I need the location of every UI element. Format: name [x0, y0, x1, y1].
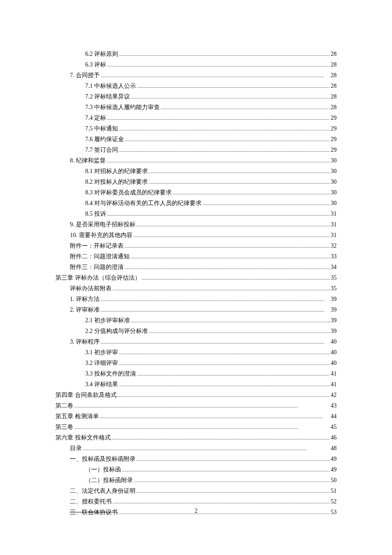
toc-entry-page: 44	[331, 411, 337, 422]
toc-entry-page: 28	[331, 49, 337, 59]
toc-leader-dots	[133, 230, 330, 241]
toc-entry-label: 附件三：问题的澄清	[70, 262, 124, 272]
toc-entry-page: 31	[331, 220, 337, 230]
toc-entry: 2.1 初步评审标准39	[55, 315, 337, 326]
toc-leader-dots	[149, 326, 330, 337]
toc-entry-page: 30	[331, 198, 337, 208]
toc-entry-page: 39	[331, 294, 337, 304]
toc-entry: 8.2 对投标人的纪律要求30	[55, 177, 337, 188]
toc-entry-page: 30	[331, 166, 337, 176]
toc-entry-page: 39	[331, 326, 337, 336]
toc-entry: 6.3 评标28	[55, 60, 337, 70]
toc-leader-dots	[161, 102, 330, 113]
toc-entry-label: 第五章 检测清单	[55, 411, 99, 422]
toc-entry-page: 52	[331, 497, 337, 507]
toc-entry-label: 第三卷	[55, 422, 73, 432]
toc-leader-dots	[130, 251, 330, 262]
toc-entry-page: 45	[331, 422, 337, 432]
toc-entry: 评标办法前附表35	[55, 283, 337, 294]
toc-entry-label: 8.2 对投标人的纪律要求	[85, 177, 148, 187]
toc-leader-dots	[112, 497, 330, 507]
toc-entry-label: 9. 是否采用电子招标投标	[70, 220, 135, 230]
toc-entry-label: 8.1 对招标人的纪律要求	[85, 166, 148, 176]
toc-entry-label: 7.5 中标通知	[85, 124, 118, 134]
toc-entry: 10. 需要补充的其他内容31	[55, 230, 337, 241]
toc-entry: 目录48	[55, 443, 337, 454]
toc-entry: 7.7 签订合同29	[55, 145, 337, 156]
toc-leader-dots	[119, 358, 330, 369]
page-number: 2	[0, 508, 392, 515]
toc-entry: 第三卷45	[55, 422, 337, 433]
toc-entry-label: 3.2 详细评审	[85, 358, 118, 368]
table-of-contents: 6.2 评标原则286.3 评标287. 合同授予287.1 中标候选人公示28…	[0, 0, 392, 518]
toc-entry-page: 41	[331, 369, 337, 379]
toc-leader-dots	[173, 188, 330, 198]
toc-entry: 8.5 投诉31	[55, 209, 337, 220]
toc-entry-label: 8.4 对与评标活动有关的工作人员的纪律要求	[85, 198, 202, 208]
toc-entry: 第三章 评标办法（综合评估法）35	[55, 273, 337, 283]
toc-entry-label: 10. 需要补充的其他内容	[70, 230, 133, 240]
toc-leader-dots	[122, 465, 330, 475]
toc-leader-dots	[136, 454, 330, 465]
toc-entry-label: 7.1 中标候选人公示	[85, 81, 136, 91]
toc-entry: 一、投标函及投标函附录49	[55, 454, 337, 465]
toc-entry: 3.3 投标文件的澄清41	[55, 369, 337, 379]
toc-entry-page: 41	[331, 379, 337, 390]
toc-entry-label: 7.3 中标候选人履约能力审查	[85, 102, 160, 113]
toc-entry-page: 40	[331, 358, 337, 368]
toc-entry: 8.4 对与评标活动有关的工作人员的纪律要求30	[55, 198, 337, 209]
toc-entry-label: 一、投标函及投标函附录	[70, 454, 135, 464]
toc-leader-dots	[101, 70, 330, 81]
toc-entry-page: 48	[331, 443, 337, 454]
toc-entry-label: 2.2 分值构成与评分标准	[85, 326, 148, 336]
toc-leader-dots	[137, 369, 330, 379]
toc-entry-label: 目录	[70, 443, 82, 454]
toc-leader-dots	[119, 347, 330, 358]
toc-entry-page: 51	[331, 486, 337, 496]
toc-leader-dots	[107, 156, 330, 166]
toc-entry-page: 28	[331, 92, 337, 102]
toc-entry-label: 8.5 投诉	[85, 209, 106, 219]
toc-entry: 附件三：问题的澄清34	[55, 262, 337, 273]
toc-entry: 7.3 中标候选人履约能力审查28	[55, 102, 337, 113]
toc-leader-dots	[124, 241, 330, 251]
toc-entry-label: 第二卷	[55, 401, 73, 411]
toc-leader-dots	[124, 262, 330, 273]
toc-entry-page: 35	[331, 283, 337, 294]
toc-entry-label: 2. 评审标准	[70, 305, 100, 315]
toc-entry: 8. 纪律和监督30	[55, 156, 337, 166]
toc-entry-label: 8. 纪律和监督	[70, 156, 106, 166]
toc-entry: 7.6 履约保证金29	[55, 134, 337, 145]
toc-entry: 第五章 检测清单44	[55, 411, 337, 422]
toc-entry-label: 7.4 定标	[85, 113, 106, 123]
toc-entry: 附件二：问题澄清通知33	[55, 251, 337, 262]
toc-entry-label: 6.3 评标	[85, 60, 106, 70]
toc-leader-dots	[136, 220, 330, 230]
toc-leader-dots	[107, 209, 330, 220]
toc-entry-page: 29	[331, 113, 337, 123]
toc-entry-page: 49	[331, 454, 337, 464]
toc-entry: （一）投标函49	[55, 465, 337, 475]
toc-leader-dots	[107, 113, 330, 124]
toc-entry: 第六章 投标文件格式46	[55, 433, 337, 443]
toc-entry-label: 评标办法前附表	[70, 283, 112, 294]
toc-leader-dots	[101, 305, 330, 315]
toc-leader-dots	[137, 81, 330, 92]
toc-entry-label: 3.4 评标结果	[85, 379, 118, 390]
toc-leader-dots	[118, 390, 330, 401]
toc-leader-dots	[141, 273, 330, 283]
toc-entry-label: 3.3 投标文件的澄清	[85, 369, 136, 379]
toc-entry-page: 40	[331, 337, 337, 347]
toc-entry-page: 40	[331, 347, 337, 358]
toc-entry-label: 7.7 签订合同	[85, 145, 118, 155]
toc-entry-page: 32	[331, 241, 337, 251]
toc-entry-page: 30	[331, 156, 337, 166]
toc-entry-label: 3. 评标程序	[70, 337, 100, 347]
toc-entry-label: 7.2 评标结果异议	[85, 92, 130, 102]
toc-leader-dots	[134, 475, 330, 486]
toc-leader-dots	[131, 315, 330, 326]
toc-leader-dots	[119, 145, 330, 156]
toc-entry-label: （二）投标函附录	[85, 475, 133, 486]
toc-entry-label: 1. 评标方法	[70, 294, 100, 304]
toc-entry-label: 二、授权委托书	[70, 497, 112, 507]
